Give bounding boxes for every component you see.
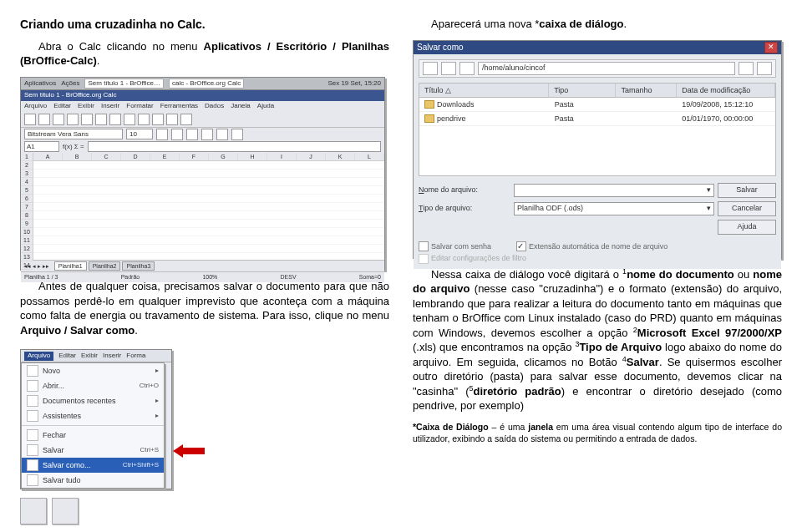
tool-icon (81, 114, 93, 125)
row-head: 10 (21, 228, 33, 236)
italic-icon (171, 129, 183, 140)
tool-icon (180, 114, 192, 125)
row-head: 2 (21, 161, 33, 170)
save-button: Salvar (718, 183, 776, 198)
dropdown-item: Fechar (22, 428, 164, 443)
col-head: L (355, 153, 384, 161)
foot-a: *Caixa de Diálogo (413, 422, 489, 432)
rb-t2: nome do documento (627, 268, 734, 281)
tool-icon (38, 114, 50, 125)
rb-t3: ou (734, 268, 754, 281)
row-head: 7 (21, 203, 33, 211)
col-head: D (121, 153, 150, 161)
tool-icon (109, 114, 121, 125)
thumb-icon (52, 498, 79, 524)
calc-screenshot: Aplicativos Ações Sem título 1 - BrOffic… (20, 77, 385, 271)
fx-label: f(x) Σ = (63, 143, 84, 152)
menu-item: Janela (231, 102, 251, 111)
menu-item: Arquivo (24, 352, 53, 361)
left-title: Criando uma cruzadinha no Calc. (20, 17, 389, 33)
filename-input: ▾ (514, 184, 714, 197)
row-head: 4 (21, 178, 33, 186)
row-head: 5 (21, 186, 33, 195)
grid-body (33, 161, 384, 260)
taskbar-tab1: Sem título 1 - BrOffice… (84, 79, 164, 89)
menu-header: ArquivoEditarExibirInserirForma (21, 350, 171, 362)
sheet: 1234567891011121314 ABCDEFGHIJKL (21, 153, 384, 260)
col-headers: ABCDEFGHIJKL (33, 153, 384, 161)
menu-icon (27, 395, 38, 407)
dialog-fields: NNome do arquivo:ome do arquivo: ▾ Salva… (419, 183, 776, 235)
row-head: 11 (21, 236, 33, 245)
menu-icon (27, 380, 38, 392)
col-head: C (92, 153, 121, 161)
align-icon (216, 129, 228, 140)
thumbs (20, 498, 172, 524)
align-icon (231, 129, 243, 140)
underline-icon (186, 129, 198, 140)
dropdown-item: Assistentes▸ (22, 408, 164, 423)
fontbar: Bitstream Vera Sans 10 (21, 128, 384, 141)
calc-menubar: ArquivoEditarExibirInserirFormatarFerram… (21, 101, 384, 112)
col-head: B (63, 153, 92, 161)
tool-icon (24, 114, 36, 125)
rb-t12: diretório padrão (474, 385, 561, 398)
intro-dot: . (97, 54, 100, 67)
path-field: /home/aluno/cincof (478, 62, 735, 75)
dialog-nav: /home/aluno/cincof (419, 59, 776, 78)
menu-icon (27, 410, 38, 422)
nav-back-icon (423, 62, 438, 75)
tool-icon (95, 114, 107, 125)
taskbar-tab2: calc - BrOffice.org Calc (169, 79, 244, 89)
right-lead: Aparecerá uma nova *caixa de diálogo. (413, 17, 782, 32)
calc-toolbar (21, 112, 384, 128)
table-row: pendrivePasta01/01/1970, 00:00:00 (419, 112, 775, 126)
thumb-icon (20, 498, 47, 524)
dropdown-item: Salvar como...Ctrl+Shift+S (22, 458, 164, 473)
menu-screenshot: ArquivoEditarExibirInserirForma Novo▸Abr… (20, 349, 172, 489)
right-body: Nessa caixa de diálogo você digitará o 1… (413, 267, 782, 413)
taskbar-app: Aplicativos (24, 79, 56, 89)
dropdown-item: Salvar tudo (22, 473, 164, 488)
close-icon: ✕ (764, 42, 778, 53)
cellref: A1 (24, 141, 59, 152)
nav-home-icon (739, 62, 754, 75)
para2-path: Arquivo / Salvar como (20, 324, 135, 337)
col-head: H (238, 153, 267, 161)
th: Título △ (419, 84, 549, 97)
col-head: A (33, 153, 63, 161)
nav-newfolder-icon (757, 62, 772, 75)
menu-item: Dados (205, 102, 224, 111)
taskbar-clock: Sex 19 Set, 15:20 (327, 79, 381, 89)
row-head: 12 (21, 245, 33, 253)
lead-c: . (624, 18, 627, 30)
grid: ABCDEFGHIJKL (33, 153, 384, 260)
tool-icon (138, 114, 150, 125)
dropdown: Novo▸Abrir...Ctrl+ODocumentos recentes▸A… (21, 362, 165, 489)
dropdown-item: SalvarCtrl+S (22, 443, 164, 458)
th: Tamanho (616, 84, 677, 97)
col-head: K (326, 153, 355, 161)
para2-text: Antes de qualquer coisa, precisamos salv… (20, 280, 389, 322)
cellref-bar: A1 f(x) Σ = (21, 141, 384, 153)
taskbar-actions: Ações (61, 79, 79, 89)
sheet-tab: Planilha1 (54, 261, 87, 271)
menu-item: Formatar (126, 102, 153, 111)
th: Tipo (549, 84, 616, 97)
font-name: Bitstream Vera Sans (24, 129, 123, 139)
dialog-checks2: Editar configurações de filtro (419, 253, 776, 264)
row-head: 8 (21, 211, 33, 220)
rb-t10: Salvar (627, 356, 659, 368)
menu-item: Ajuda (257, 102, 274, 111)
rb-t8: Tipo de Arquivo (579, 341, 662, 353)
col-head: I (267, 153, 297, 161)
col-head: J (297, 153, 326, 161)
formula-input (88, 141, 381, 152)
chk-filter: Editar configurações de filtro (419, 253, 526, 264)
sheet-tabs: ◂◂ ◂ ▸ ▸▸Planilha1Planilha2Planilha3 (21, 260, 384, 271)
bold-icon (156, 129, 168, 140)
save-dialog-screenshot: Salvar como ✕ /home/aluno/cincof Título … (413, 40, 782, 259)
tool-icon (67, 114, 79, 125)
align-icon (201, 129, 213, 140)
rb-t7: (.xls) que encontramos na opção (413, 341, 575, 353)
